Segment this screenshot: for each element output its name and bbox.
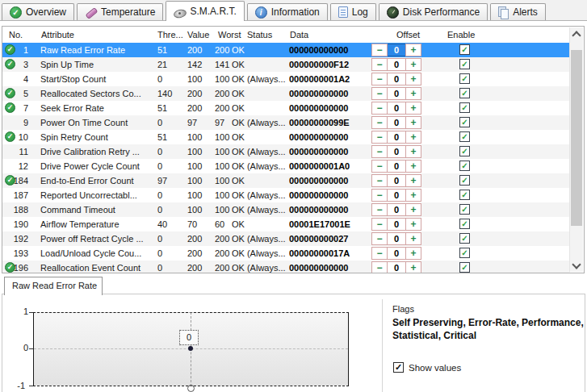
table-row[interactable]: 192 Power off Retract Cycle ... 0 200 20… — [2, 231, 570, 246]
offset-decrement-button[interactable]: − — [371, 116, 388, 129]
enable-checkbox[interactable]: ✓ — [459, 88, 470, 98]
table-row[interactable]: 190 Airflow Temperature 40 70 60 OK 0000… — [2, 217, 570, 231]
enable-checkbox[interactable]: ✓ — [459, 131, 470, 142]
table-row[interactable]: 4 Start/Stop Count 0 100 100 OK (Always.… — [2, 72, 570, 86]
table-row[interactable]: 193 Load/Unload Cycle Cou... 0 200 200 O… — [2, 246, 570, 261]
table-row[interactable]: ✓ 5 Reallocated Sectors Co... 140 200 20… — [2, 86, 570, 101]
table-row[interactable]: ✓ 10 Spin Retry Count 51 100 100 OK 0000… — [2, 130, 570, 144]
offset-increment-button[interactable]: + — [405, 160, 421, 173]
offset-decrement-button[interactable]: − — [371, 232, 388, 245]
table-row[interactable]: ✓ 196 Reallocation Event Count 0 200 200… — [2, 261, 570, 273]
offset-value: 0 — [388, 87, 405, 100]
offset-increment-button[interactable]: + — [405, 102, 421, 115]
show-values-option[interactable]: ✓ Show values — [393, 362, 461, 373]
offset-increment-button[interactable]: + — [405, 87, 421, 100]
show-values-checkbox[interactable]: ✓ — [393, 362, 404, 373]
tab-label: Overview — [26, 6, 66, 18]
offset-decrement-button[interactable]: − — [371, 189, 388, 202]
enable-checkbox[interactable]: ✓ — [459, 262, 470, 273]
tab-smart[interactable]: S.M.A.R.T. — [166, 1, 244, 21]
enable-checkbox[interactable]: ✓ — [459, 44, 470, 55]
scroll-up-arrow-icon[interactable] — [570, 27, 583, 40]
offset-increment-button[interactable]: + — [405, 247, 421, 260]
offset-increment-button[interactable]: + — [405, 232, 421, 245]
info-icon: i — [255, 6, 267, 19]
cell-attribute: Drive Calibration Retry ... — [40, 146, 158, 157]
tab-overview[interactable]: ✓ Overview — [2, 3, 74, 20]
enable-checkbox[interactable]: ✓ — [459, 204, 470, 215]
offset-increment-button[interactable]: + — [405, 116, 421, 129]
enable-checkbox[interactable]: ✓ — [459, 190, 470, 200]
offset-decrement-button[interactable]: − — [371, 73, 388, 85]
column-header-threshold[interactable]: Thre... — [157, 30, 183, 40]
table-row[interactable]: 188 Command Timeout 0 100 100 OK (Always… — [2, 202, 570, 217]
offset-decrement-button[interactable]: − — [371, 131, 388, 144]
table-row[interactable]: 11 Drive Calibration Retry ... 0 100 100… — [2, 144, 570, 159]
enable-checkbox[interactable]: ✓ — [459, 73, 470, 84]
offset-increment-button[interactable]: + — [405, 73, 421, 85]
enable-checkbox[interactable]: ✓ — [459, 146, 470, 156]
offset-increment-button[interactable]: + — [405, 131, 421, 144]
table-scrollbar[interactable] — [569, 27, 583, 272]
enable-checkbox[interactable]: ✓ — [459, 175, 470, 186]
offset-increment-button[interactable]: + — [405, 189, 421, 202]
offset-increment-button[interactable]: + — [405, 145, 421, 158]
offset-decrement-button[interactable]: − — [371, 87, 388, 100]
offset-decrement-button[interactable]: − — [371, 145, 388, 158]
column-header-value[interactable]: Value — [187, 30, 209, 40]
column-header-offset[interactable]: Offset — [396, 30, 420, 40]
table-row[interactable]: ✓ 7 Seek Error Rate 51 200 200 OK 000000… — [2, 101, 570, 115]
table-row[interactable]: 12 Drive Power Cycle Count 0 100 100 OK … — [2, 159, 570, 173]
offset-decrement-button[interactable]: − — [371, 102, 388, 115]
enable-checkbox[interactable]: ✓ — [459, 102, 470, 113]
cell-threshold: 0 — [157, 161, 187, 172]
offset-decrement-button[interactable]: − — [371, 203, 388, 216]
tab-label: S.M.A.R.T. — [190, 6, 236, 17]
table-row[interactable]: 9 Power On Time Count 0 97 97 OK (Always… — [2, 115, 570, 130]
tab-alerts[interactable]: Alerts — [490, 3, 546, 20]
main-tab-bar: ✓ Overview Temperature S.M.A.R.T. i Info… — [0, 0, 587, 21]
enable-checkbox[interactable]: ✓ — [459, 161, 470, 171]
scroll-down-arrow-icon[interactable] — [570, 259, 583, 272]
table-row[interactable]: ✓ 1 Raw Read Error Rate 51 200 200 OK 00… — [2, 43, 570, 57]
offset-value: 0 — [388, 218, 405, 231]
table-row[interactable]: ✓ 184 End-to-End Error Count 97 100 100 … — [2, 173, 570, 188]
enable-checkbox[interactable]: ✓ — [459, 233, 470, 244]
detail-tab-raw-read-error-rate[interactable]: Raw Read Error Rate — [4, 277, 103, 295]
offset-increment-button[interactable]: + — [405, 44, 421, 56]
offset-stepper: − 0 + — [371, 116, 421, 129]
y-axis-tick-label: -1 — [12, 381, 25, 390]
column-header-data[interactable]: Data — [290, 30, 308, 40]
tab-disk-performance[interactable]: Disk Performance — [379, 3, 488, 20]
offset-increment-button[interactable]: + — [405, 261, 421, 273]
offset-increment-button[interactable]: + — [405, 218, 421, 231]
column-header-worst[interactable]: Worst — [218, 30, 241, 40]
cell-attribute: Airflow Temperature — [40, 219, 158, 230]
tab-information[interactable]: i Information — [247, 3, 328, 20]
enable-checkbox[interactable]: ✓ — [459, 248, 470, 258]
offset-decrement-button[interactable]: − — [371, 218, 388, 231]
offset-decrement-button[interactable]: − — [371, 174, 388, 187]
enable-checkbox[interactable]: ✓ — [459, 219, 470, 229]
tab-log[interactable]: Log — [330, 3, 376, 20]
offset-decrement-button[interactable]: − — [371, 261, 388, 273]
table-row[interactable]: ✓ 3 Spin Up Time 21 142 141 OK 000000000… — [2, 57, 570, 72]
cell-attribute: Spin Retry Count — [40, 131, 158, 143]
offset-decrement-button[interactable]: − — [371, 44, 388, 56]
offset-increment-button[interactable]: + — [405, 58, 421, 71]
column-header-attribute[interactable]: Attribute — [41, 30, 74, 40]
column-header-status[interactable]: Status — [247, 30, 272, 40]
tab-temperature[interactable]: Temperature — [77, 3, 163, 20]
offset-increment-button[interactable]: + — [405, 203, 421, 216]
enable-checkbox[interactable]: ✓ — [459, 117, 470, 127]
scrollbar-thumb[interactable] — [571, 50, 582, 226]
offset-decrement-button[interactable]: − — [371, 160, 388, 173]
enable-checkbox[interactable]: ✓ — [459, 59, 470, 69]
table-row[interactable]: 187 Reported Uncorrectabl... 0 100 100 O… — [2, 188, 570, 202]
column-header-no[interactable]: No. — [9, 30, 23, 40]
offset-decrement-button[interactable]: − — [371, 247, 388, 260]
offset-stepper: − 0 + — [371, 232, 421, 245]
column-header-enable[interactable]: Enable — [447, 30, 475, 40]
offset-increment-button[interactable]: + — [405, 174, 421, 187]
offset-decrement-button[interactable]: − — [371, 58, 388, 71]
